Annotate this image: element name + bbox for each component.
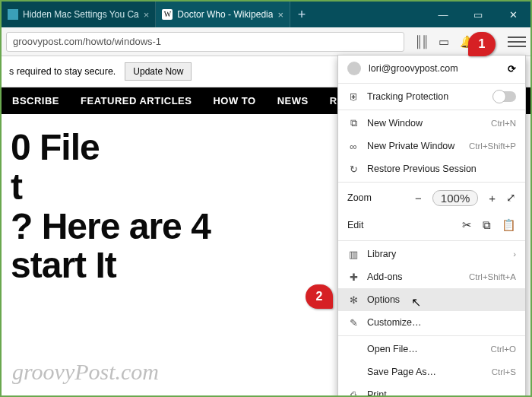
- menu-label: Open File…: [367, 344, 483, 354]
- url-text: groovypost.com/howto/windows-1: [13, 36, 161, 47]
- tab-0[interactable]: Hidden Mac Settings You Ca ×: [2, 2, 156, 27]
- window-icon: ⧉: [347, 117, 359, 129]
- shortcut: Ctrl+Shift+P: [469, 141, 516, 151]
- chevron-right-icon: ›: [513, 249, 516, 259]
- zoom-out-button[interactable]: −: [415, 192, 422, 205]
- favicon: [8, 9, 18, 20]
- mask-icon: ∞: [347, 141, 359, 152]
- menu-zoom: Zoom − 100% + ⤢: [338, 184, 525, 211]
- app-menu-button[interactable]: [508, 33, 526, 50]
- notice-text: s required to stay secure.: [9, 66, 116, 77]
- watermark: groovyPost.com: [12, 359, 159, 385]
- shortcut: Ctrl+S: [492, 367, 516, 376]
- callout-2: 2: [306, 284, 333, 309]
- new-tab-button[interactable]: +: [290, 2, 313, 27]
- menu-library[interactable]: ▥ Library ›: [338, 243, 525, 265]
- shield-icon: ⛨: [347, 91, 359, 103]
- menu-private-window[interactable]: ∞ New Private Window Ctrl+Shift+P: [338, 135, 525, 157]
- cut-icon[interactable]: ✂: [462, 218, 472, 232]
- minimize-button[interactable]: —: [426, 2, 461, 27]
- menu-new-window[interactable]: ⧉ New Window Ctrl+N: [338, 112, 525, 135]
- tab-label: Hidden Mac Settings You Ca: [23, 9, 139, 20]
- close-tab-icon[interactable]: ×: [144, 9, 150, 21]
- menu-label: New Private Window: [367, 141, 461, 151]
- nav-item[interactable]: HOW TO: [213, 95, 255, 106]
- menu-label: New Window: [367, 118, 483, 129]
- maximize-button[interactable]: ▭: [461, 2, 496, 27]
- menu-label: Save Page As…: [367, 367, 484, 377]
- paste-icon[interactable]: 📋: [502, 218, 516, 232]
- shortcut: Ctrl+N: [491, 119, 516, 128]
- copy-icon[interactable]: ⧉: [483, 218, 491, 232]
- sync-icon[interactable]: ⟳: [508, 63, 516, 75]
- fullscreen-icon[interactable]: ⤢: [506, 191, 516, 205]
- menu-print[interactable]: ⎙ Print…: [338, 383, 525, 397]
- zoom-label: Zoom: [347, 192, 388, 203]
- menu-options[interactable]: ✻ Options: [338, 288, 525, 311]
- edit-label: Edit: [347, 220, 388, 230]
- menu-label: Customize…: [367, 317, 516, 328]
- nav-item[interactable]: NEWS: [277, 95, 309, 106]
- menu-open-file[interactable]: Open File… Ctrl+O: [338, 338, 525, 360]
- tracking-toggle[interactable]: [493, 91, 516, 102]
- menu-save-page[interactable]: Save Page As… Ctrl+S: [338, 360, 525, 383]
- update-now-button[interactable]: Update Now: [125, 62, 192, 81]
- menu-addons[interactable]: ✚ Add-ons Ctrl+Shift+A: [338, 265, 525, 288]
- menu-label: Restore Previous Session: [367, 164, 516, 174]
- url-toolbar: groovypost.com/howto/windows-1 ║║ ▭ 🔔 N.: [2, 27, 530, 56]
- menu-label: Library: [367, 249, 505, 259]
- menu-restore-session[interactable]: ↻ Restore Previous Session: [338, 157, 525, 180]
- restore-icon: ↻: [347, 164, 359, 175]
- menu-label: Add-ons: [367, 272, 461, 282]
- menu-account[interactable]: lori@groovypost.com ⟳: [338, 56, 525, 81]
- nav-item[interactable]: BSCRIBE: [12, 95, 59, 106]
- menu-label: Options: [367, 294, 516, 305]
- zoom-in-button[interactable]: +: [489, 192, 496, 205]
- menu-tracking[interactable]: ⛨ Tracking Protection: [338, 85, 525, 108]
- menu-label: Print…: [367, 389, 516, 397]
- menu-edit: Edit ✂ ⧉ 📋: [338, 211, 525, 239]
- url-input[interactable]: groovypost.com/howto/windows-1: [6, 32, 404, 52]
- puzzle-icon: ✚: [347, 272, 359, 283]
- shortcut: Ctrl+Shift+A: [469, 272, 516, 281]
- gear-icon: ✻: [347, 294, 359, 306]
- tab-label: Doctor Who - Wikipedia: [177, 9, 273, 20]
- shortcut: Ctrl+O: [490, 345, 516, 354]
- library-icon[interactable]: ║║: [415, 35, 428, 48]
- close-tab-icon[interactable]: ×: [277, 9, 283, 21]
- app-menu: lori@groovypost.com ⟳ ⛨ Tracking Protect…: [337, 55, 526, 397]
- titlebar: Hidden Mac Settings You Ca × W Doctor Wh…: [2, 2, 530, 27]
- favicon: W: [162, 9, 173, 20]
- account-email: lori@groovypost.com: [369, 63, 500, 74]
- brush-icon: ✎: [347, 317, 359, 329]
- tab-1[interactable]: W Doctor Who - Wikipedia ×: [156, 2, 290, 27]
- avatar-icon: [347, 62, 361, 75]
- menu-customize[interactable]: ✎ Customize…: [338, 311, 525, 334]
- reader-icon[interactable]: ▭: [439, 35, 449, 49]
- menu-label: Tracking Protection: [367, 91, 486, 102]
- cursor-icon: ↖: [411, 295, 421, 310]
- callout-1: 1: [468, 32, 496, 56]
- print-icon: ⎙: [347, 389, 359, 398]
- zoom-value: 100%: [432, 190, 478, 206]
- nav-item[interactable]: FEATURED ARTICLES: [81, 95, 192, 106]
- library-icon: ▥: [347, 249, 359, 260]
- close-window-button[interactable]: ✕: [496, 2, 530, 27]
- window-controls: — ▭ ✕: [426, 2, 530, 27]
